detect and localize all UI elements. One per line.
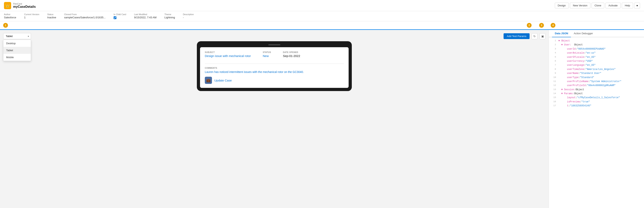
refresh-button[interactable]: ↻ [532, 33, 538, 39]
tablet-notch [268, 44, 280, 45]
last-modified-label: Last Modified [134, 13, 156, 16]
header-actions: Design New Version Clone Activate Help ▾ [555, 3, 640, 9]
json-line-16: 16 isPreview: "true" [549, 100, 644, 104]
tablet-screen: SUBJECT Design issue with mechanical rot… [200, 47, 348, 88]
dropdown-item-desktop[interactable]: Desktop [4, 40, 31, 47]
dropdown-item-mobile[interactable]: Mobile [4, 54, 31, 61]
date-label: DATE OPENED [283, 51, 300, 53]
meta-author: Author Salesforce [4, 13, 16, 19]
main-area: Desktop Tablet Mobile ▾ Desktop Tablet M… [0, 30, 644, 208]
clone-button[interactable]: Clone [592, 3, 604, 8]
json-line-1: 1 ▼ Object [549, 39, 644, 43]
tab-action-debugger[interactable]: Action Debugger [571, 30, 596, 37]
json-line-9: 9 userName: "Standard User" [549, 71, 644, 75]
json-panel: Data JSON Action Debugger 1 ▼ Object 2 ▼… [549, 30, 644, 208]
is-child-checkbox[interactable] [114, 16, 116, 19]
dropdown-item-tablet[interactable]: Tablet [4, 47, 31, 54]
description-label: Description [183, 13, 194, 16]
refresh-icon: ↻ [533, 35, 536, 38]
badge-1: 1 [3, 23, 8, 28]
json-line-7: 7 userLanguage: "en_US" [549, 63, 644, 67]
json-content: 1 ▼ Object 2 ▼ User: Object 3 userId: "0… [549, 37, 644, 208]
json-line-5: 5 userSfLocale: "en_US" [549, 55, 644, 59]
comments-value: Lauren has noticed intermittent issues w… [205, 70, 344, 73]
case-subject-field: SUBJECT Design issue with mechanical rot… [205, 51, 251, 58]
card-name-label: myCaseDetails [13, 5, 36, 9]
json-line-13: 13 ▼ Session: Object [549, 88, 644, 92]
device-select-wrapper[interactable]: Desktop Tablet Mobile ▾ Desktop Tablet M… [3, 33, 31, 39]
new-version-button[interactable]: New Version [570, 3, 590, 8]
theme-value: Lightning [164, 16, 175, 19]
cloned-label: Cloned From [64, 13, 106, 16]
indicator-bar: 1 2 3 4 [0, 21, 644, 30]
author-value: Salesforce [4, 16, 16, 19]
json-line-15: 15 layout: "cfMyCaseDetails_1_Salesforce… [549, 96, 644, 100]
case-date-field: DATE OPENED Sep-01-2022 [283, 51, 300, 58]
case-section: SUBJECT Design issue with mechanical rot… [205, 51, 344, 64]
device-select[interactable]: Desktop Tablet Mobile [3, 33, 31, 39]
json-line-14: 14 ▼ Params: Object [549, 92, 644, 96]
update-case-button[interactable]: Update Case [214, 79, 232, 82]
help-button[interactable]: Help [622, 3, 633, 8]
author-label: Author [4, 13, 16, 16]
tab-data-json[interactable]: Data JSON [552, 30, 571, 37]
cloned-value: sampleCases/Salesforce/1.0/1635... [64, 16, 106, 19]
briefcase-icon: 💼 [205, 77, 212, 84]
version-label: Current Version [24, 13, 39, 16]
json-line-10: 10 userType: "Standard" [549, 75, 644, 79]
toolbar-row: Desktop Tablet Mobile ▾ Desktop Tablet M… [3, 33, 546, 39]
is-child-label: Is Child Card [114, 13, 126, 16]
meta-is-child: Is Child Card [114, 13, 126, 19]
badge-4: 4 [551, 23, 556, 28]
date-value: Sep-01-2022 [283, 54, 300, 58]
json-line-4: 4 userAnLocale: "en-us" [549, 51, 644, 55]
case-top-row: SUBJECT Design issue with mechanical rot… [205, 51, 344, 58]
json-line-8: 8 userTimeZone: "America/Los_Angeles" [549, 67, 644, 71]
preview-panel: Desktop Tablet Mobile ▾ Desktop Tablet M… [0, 30, 549, 208]
case-status-field: STATUS New [263, 51, 271, 58]
comments-section: COMMENTS Lauren has noticed intermittent… [205, 67, 344, 73]
badge-3: 3 [539, 23, 544, 28]
logo-section: 👑 FlexCard myCaseDetails [4, 2, 555, 9]
activate-button[interactable]: Activate [606, 3, 620, 8]
subject-value: Design issue with mechanical rotor [205, 54, 251, 58]
json-line-12: 12 userProfileId: "00e4x000002g0RuAAM" [549, 83, 644, 87]
meta-version: Current Version 1 [24, 13, 39, 19]
status-value: Inactive [47, 16, 56, 19]
last-modified-value: 9/15/2022, 7:43 AM [134, 16, 156, 19]
theme-label: Theme [164, 13, 175, 16]
status-label: Status [47, 13, 56, 16]
badge-2: 2 [527, 23, 532, 28]
add-test-params-button[interactable]: Add Test Params [504, 33, 530, 39]
case-status-label: STATUS [263, 51, 271, 53]
layout-button[interactable]: ▣ [540, 33, 546, 39]
badge-row: 1 2 3 4 [3, 23, 641, 28]
json-line-17: 17 t: "1663256954146" [549, 104, 644, 108]
app-logo-icon: 👑 [4, 2, 11, 9]
meta-last-modified: Last Modified 9/15/2022, 7:43 AM [134, 13, 156, 19]
json-tabs: Data JSON Action Debugger [549, 30, 644, 37]
description-value: - [183, 16, 194, 19]
meta-status: Status Inactive [47, 13, 56, 19]
version-value: 1 [24, 16, 39, 19]
case-status-value: New [263, 54, 271, 58]
meta-cloned: Cloned From sampleCases/Salesforce/1.0/1… [64, 13, 106, 19]
meta-row: Author Salesforce Current Version 1 Stat… [0, 11, 644, 21]
design-button[interactable]: Design [555, 3, 569, 8]
header-title-block: FlexCard myCaseDetails [13, 3, 36, 9]
meta-theme: Theme Lightning [164, 13, 175, 19]
json-line-3: 3 userId: "0054x000006EPUdAAO" [549, 47, 644, 51]
app-header: 👑 FlexCard myCaseDetails Design New Vers… [0, 0, 644, 11]
layout-icon: ▣ [541, 35, 544, 38]
json-line-6: 6 userCurrency: "USD" [549, 59, 644, 63]
app-name-label: FlexCard [13, 3, 36, 5]
json-line-11: 11 userProfileName: "System Administrato… [549, 79, 644, 83]
header-more-button[interactable]: ▾ [634, 3, 640, 9]
meta-description: Description - [183, 13, 194, 19]
comments-label: COMMENTS [205, 67, 344, 69]
json-line-2: 2 ▼ User: Object [549, 43, 644, 47]
tablet-frame: SUBJECT Design issue with mechanical rot… [197, 41, 352, 91]
subject-label: SUBJECT [205, 51, 251, 53]
update-case-row: 💼 Update Case [205, 77, 344, 84]
device-dropdown-menu: Desktop Tablet Mobile [3, 40, 31, 61]
